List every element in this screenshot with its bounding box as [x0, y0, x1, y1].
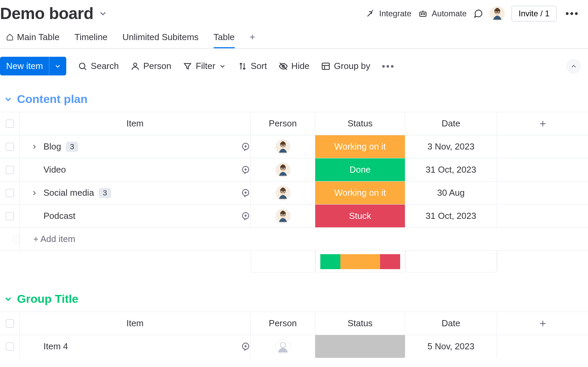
group-header[interactable]: Content plan — [0, 90, 588, 112]
filter-icon — [183, 62, 192, 71]
item-name: Blog — [43, 141, 61, 152]
item-name: Video — [43, 164, 66, 175]
expand-subitems-icon[interactable] — [30, 189, 39, 197]
row-checkbox[interactable] — [0, 158, 20, 181]
new-item-button[interactable]: New item — [0, 57, 49, 75]
eye-off-icon — [279, 62, 288, 71]
tab-table[interactable]: Table — [214, 27, 235, 48]
item-name-cell[interactable]: Video — [20, 158, 251, 181]
column-header-status[interactable]: Status — [315, 112, 405, 135]
status-segment-working — [340, 254, 380, 269]
automate-label: Automate — [432, 9, 467, 18]
status-cell[interactable]: Working on it — [315, 181, 405, 204]
status-cell[interactable] — [315, 335, 405, 358]
filter-button[interactable]: Filter — [183, 61, 226, 71]
date-cell[interactable]: 30 Aug — [405, 181, 497, 204]
item-name: Item 4 — [43, 341, 68, 352]
person-cell[interactable] — [251, 135, 315, 158]
item-name-cell[interactable]: Blog 3 — [20, 135, 251, 158]
sort-button[interactable]: Sort — [238, 61, 267, 71]
status-cell[interactable]: Working on it — [315, 135, 405, 158]
date-cell[interactable]: 3 Nov, 2023 — [405, 135, 497, 158]
row-checkbox[interactable] — [0, 181, 20, 204]
column-header-item[interactable]: Item — [20, 112, 251, 135]
avatar — [275, 162, 290, 177]
select-all-checkbox[interactable] — [0, 112, 20, 135]
add-tab-button[interactable]: + — [250, 27, 255, 48]
person-cell[interactable] — [251, 204, 315, 227]
add-conversation-button[interactable] — [241, 142, 250, 152]
new-item-dropdown[interactable] — [49, 57, 66, 75]
tab-timeline[interactable]: Timeline — [74, 27, 107, 48]
date-cell[interactable]: 5 Nov, 2023 — [405, 335, 497, 358]
collapse-toolbar-button[interactable] — [566, 59, 581, 74]
add-conversation-button[interactable] — [241, 165, 250, 175]
invite-button[interactable]: Invite / 1 — [512, 6, 557, 21]
table-row: Blog 3 Working on it 3 Nov, 2023 — [0, 135, 588, 158]
add-column-button[interactable] — [497, 112, 588, 135]
chevron-down-icon — [219, 63, 226, 70]
conversations-button[interactable] — [474, 9, 483, 18]
select-all-checkbox[interactable] — [0, 312, 20, 335]
add-conversation-button[interactable] — [241, 211, 250, 221]
chevron-down-icon[interactable] — [98, 9, 108, 18]
add-column-button[interactable] — [497, 312, 588, 335]
toolbar-more-button[interactable]: ••• — [382, 61, 395, 72]
item-name-cell[interactable]: Item 4 — [20, 335, 251, 358]
hide-button[interactable]: Hide — [279, 61, 309, 71]
hide-label: Hide — [291, 61, 309, 71]
group-header[interactable]: Group Title — [0, 290, 588, 312]
person-cell[interactable] — [251, 181, 315, 204]
empty-summary — [497, 251, 588, 273]
avatar — [275, 186, 290, 200]
add-item-input[interactable]: + Add item — [20, 227, 588, 250]
svg-rect-13 — [322, 63, 329, 69]
svg-line-9 — [85, 68, 86, 70]
person-cell[interactable] — [251, 158, 315, 181]
row-checkbox[interactable] — [0, 204, 20, 227]
date-cell[interactable]: 31 Oct, 2023 — [405, 158, 497, 181]
user-avatar[interactable] — [490, 6, 505, 21]
board-title[interactable]: Demo board — [0, 4, 108, 23]
empty-cell — [497, 335, 588, 358]
svg-point-2 — [424, 13, 425, 14]
column-header-date[interactable]: Date — [405, 312, 497, 335]
filter-label: Filter — [196, 61, 215, 71]
more-menu-button[interactable]: ••• — [563, 8, 581, 19]
status-cell[interactable]: Stuck — [315, 204, 405, 227]
board-header: Demo board Integrate Automate — [0, 0, 588, 27]
add-conversation-button[interactable] — [241, 342, 250, 351]
subitem-count-badge: 3 — [66, 142, 78, 152]
column-header-item[interactable]: Item — [20, 312, 251, 335]
add-conversation-button[interactable] — [241, 188, 250, 198]
sort-icon — [238, 62, 247, 71]
table-row: Item 4 5 Nov, 2023 — [0, 335, 588, 358]
group-by-button[interactable]: Group by — [321, 61, 370, 71]
integrate-button[interactable]: Integrate — [366, 9, 411, 18]
column-header-person[interactable]: Person — [251, 112, 315, 135]
item-name-cell[interactable]: Podcast — [20, 204, 251, 227]
column-header-date[interactable]: Date — [405, 112, 497, 135]
group-title: Content plan — [17, 92, 88, 106]
automate-button[interactable]: Automate — [418, 9, 467, 18]
column-header-status[interactable]: Status — [315, 312, 405, 335]
tab-main-table[interactable]: Main Table — [6, 27, 59, 48]
item-name-cell[interactable]: Social media 3 — [20, 181, 251, 204]
empty-cell — [497, 158, 588, 181]
tab-unlimited-subitems[interactable]: Unlimited Subitems — [123, 27, 199, 48]
status-segment-stuck — [380, 254, 400, 269]
robot-icon — [418, 9, 428, 18]
status-cell[interactable]: Done — [315, 158, 405, 181]
row-checkbox[interactable] — [0, 335, 20, 358]
svg-point-55 — [280, 342, 285, 347]
status-summary[interactable] — [315, 251, 405, 273]
row-checkbox[interactable] — [0, 135, 20, 158]
table-row: Social media 3 Working on it 30 Aug — [0, 181, 588, 204]
column-header-person[interactable]: Person — [251, 312, 315, 335]
expand-subitems-icon[interactable] — [30, 143, 39, 151]
date-cell[interactable]: 31 Oct, 2023 — [405, 204, 497, 227]
person-filter-button[interactable]: Person — [130, 61, 171, 71]
search-button[interactable]: Search — [78, 61, 119, 71]
item-name: Podcast — [43, 211, 75, 221]
person-cell[interactable] — [251, 335, 315, 358]
